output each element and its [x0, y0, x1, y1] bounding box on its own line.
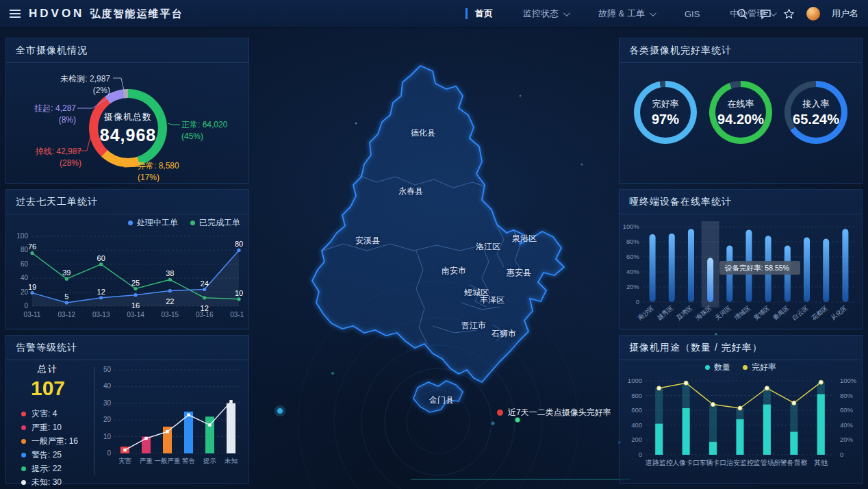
- panel-title-dumb-devices: 哑终端设备在线率统计: [620, 190, 862, 214]
- divider: [94, 367, 94, 475]
- svg-text:80%: 80%: [840, 392, 854, 399]
- svg-text:20%: 20%: [840, 436, 854, 443]
- svg-text:1000: 1000: [628, 377, 642, 384]
- map-label-district: 丰泽区: [480, 294, 505, 306]
- svg-text:50: 50: [103, 366, 112, 373]
- city-map[interactable]: 德化县永春县安溪县洛江区泉港区南安市惠安县鲤城区丰泽区晋江市石狮市金门县 近7天…: [256, 30, 612, 486]
- svg-text:19: 19: [28, 283, 36, 291]
- menu-icon[interactable]: [10, 10, 21, 18]
- donut-center-value: 84,968: [100, 125, 156, 145]
- weekly-orders-line-chart[interactable]: 处理中工单已完成工单02040608010003-1103-1203-1303-…: [6, 214, 248, 329]
- chevron-down-icon: [563, 10, 570, 16]
- nav-item-label: 监控状态: [523, 8, 559, 20]
- alarm-legend-item[interactable]: 灾害: 4: [21, 407, 90, 421]
- svg-text:从化区: 从化区: [830, 305, 848, 322]
- alarm-legend-item[interactable]: 严重: 10: [21, 421, 90, 434]
- map-label-district: 永春县: [398, 186, 423, 197]
- alarm-legend-item[interactable]: 一般严重: 16: [21, 434, 90, 448]
- nav-item-monitor-status[interactable]: 监控状态: [508, 0, 583, 27]
- alarm-legend-item[interactable]: 提示: 22: [21, 462, 90, 475]
- donut-slice-label: 正常: 64,020(45%): [181, 119, 227, 142]
- legend-item[interactable]: 完好率: [743, 362, 776, 373]
- map-label-district: 安溪县: [355, 235, 380, 247]
- svg-text:荔湾区: 荔湾区: [675, 305, 693, 322]
- brand-product-name: 弘度智能运维平台: [90, 8, 183, 21]
- panel-camera-usage: 摄像机用途（数量 / 完好率） 数量完好率0200400600800100002…: [619, 335, 863, 484]
- panel-alarm-levels: 告警等级统计 总计107灾害: 4严重: 10一般严重: 16警告: 25提示:…: [5, 335, 249, 484]
- panel-title-weekly-orders: 过去七天工单统计: [6, 190, 248, 214]
- map-label-district: 泉港区: [512, 233, 537, 244]
- svg-text:灾害: 灾害: [118, 457, 132, 464]
- camera-rate-gauges[interactable]: 完好率97%在线率94.20%接入率65.24%: [620, 63, 862, 184]
- gauge-value: 97%: [652, 112, 679, 127]
- donut-ring[interactable]: 摄像机总数84,968: [89, 89, 167, 167]
- svg-text:人像卡口: 人像卡口: [672, 459, 700, 466]
- svg-text:80: 80: [235, 240, 243, 248]
- panel-dumb-devices: 哑终端设备在线率统计 020%40%60%80%100%南沙区越秀区荔湾区海珠区…: [619, 189, 863, 329]
- rate-gauge[interactable]: 接入率65.24%: [783, 79, 849, 145]
- username-label[interactable]: 用户名: [832, 8, 858, 20]
- donut-slice-label: 异常: 8,580(17%): [138, 160, 179, 184]
- user-avatar[interactable]: [806, 7, 820, 21]
- legend-item[interactable]: 处理中工单: [128, 217, 178, 229]
- donut-slice-label: 未检测: 2,987(2%): [13, 73, 110, 97]
- rate-gauge[interactable]: 完好率97%: [633, 79, 698, 145]
- search-icon[interactable]: [737, 8, 748, 20]
- alarm-total-label: 总计: [6, 363, 90, 375]
- dumb-device-bar-chart[interactable]: 020%40%60%80%100%南沙区越秀区荔湾区海珠区天河区增城区黄埔区番禺…: [620, 214, 862, 329]
- svg-text:03-11: 03-11: [24, 311, 41, 318]
- svg-text:200: 200: [631, 436, 642, 443]
- legend-red-dot-icon: [497, 410, 503, 416]
- svg-text:03-14: 03-14: [127, 311, 144, 318]
- nav-item-label: 首页: [475, 8, 493, 20]
- svg-text:800: 800: [631, 392, 642, 399]
- panel-camera-rates: 各类摄像机完好率统计 完好率97%在线率94.20%接入率65.24%: [619, 38, 863, 184]
- svg-text:0: 0: [639, 451, 642, 458]
- map-label-district: 晋江市: [461, 320, 486, 331]
- svg-text:20: 20: [21, 288, 29, 296]
- svg-text:60: 60: [21, 260, 29, 268]
- legend-item[interactable]: 已完成工单: [190, 217, 240, 229]
- panel-title-camera-usage: 摄像机用途（数量 / 完好率）: [620, 336, 862, 360]
- svg-text:监管场所: 监管场所: [753, 459, 780, 466]
- svg-text:40%: 40%: [840, 421, 854, 429]
- svg-text:0: 0: [107, 449, 111, 457]
- svg-text:花都区: 花都区: [810, 305, 829, 322]
- alarm-legend-item[interactable]: 未知: 30: [21, 475, 90, 489]
- camera-total-donut-chart[interactable]: 摄像机总数84,968未检测: 2,987(2%)挂起: 4,287(8%)掉线…: [6, 63, 248, 184]
- svg-text:0: 0: [840, 451, 843, 458]
- rate-gauge[interactable]: 在线率94.20%: [708, 79, 774, 145]
- svg-text:提示: 提示: [203, 457, 216, 464]
- chevron-down-icon: [650, 10, 656, 16]
- svg-text:20: 20: [103, 416, 112, 423]
- message-icon[interactable]: [760, 8, 771, 20]
- panel-title-alarm-levels: 告警等级统计: [6, 336, 248, 360]
- donut-slice-label: 挂起: 4,287(8%): [6, 103, 76, 126]
- nav-item-fault-workorder[interactable]: 故障 & 工单: [583, 0, 669, 27]
- svg-text:80%: 80%: [626, 238, 640, 245]
- svg-text:一般严重: 一般严重: [155, 457, 181, 464]
- alarm-summary: 总计107灾害: 4严重: 10一般严重: 16警告: 25提示: 22未知: …: [6, 363, 90, 489]
- camera-usage-combo-chart[interactable]: 数量完好率02004006008001000020%40%60%80%100%道…: [620, 360, 862, 484]
- legend-item[interactable]: 数量: [705, 362, 730, 373]
- svg-text:03-12: 03-12: [58, 311, 76, 318]
- map-label-district: 金门县: [429, 394, 454, 406]
- favorite-star-icon[interactable]: [783, 8, 795, 20]
- svg-text:白云区: 白云区: [791, 305, 809, 322]
- gauge-row: 完好率97%在线率94.20%接入率65.24%: [620, 63, 862, 145]
- svg-text:30: 30: [103, 399, 112, 407]
- svg-text:警务督察: 警务督察: [780, 459, 808, 466]
- svg-text:0: 0: [636, 298, 639, 305]
- alarm-levels-chart[interactable]: 总计107灾害: 4严重: 10一般严重: 16警告: 25提示: 22未知: …: [6, 360, 248, 484]
- nav-item-gis[interactable]: GIS: [669, 0, 715, 27]
- alarm-legend-item[interactable]: 警告: 25: [21, 448, 90, 462]
- nav-item-home[interactable]: 首页: [460, 0, 508, 27]
- svg-text:20%: 20%: [626, 283, 640, 290]
- panel-title-camera-overview: 全市摄像机情况: [6, 38, 248, 63]
- map-legend: 近7天一二类点摄像头完好率: [497, 407, 611, 418]
- svg-text:南沙区: 南沙区: [637, 305, 655, 322]
- map-label-district: 洛江区: [476, 241, 500, 253]
- gauge-value: 94.20%: [717, 112, 764, 127]
- gauge-label: 接入率: [803, 98, 830, 110]
- svg-text:其他: 其他: [814, 459, 828, 466]
